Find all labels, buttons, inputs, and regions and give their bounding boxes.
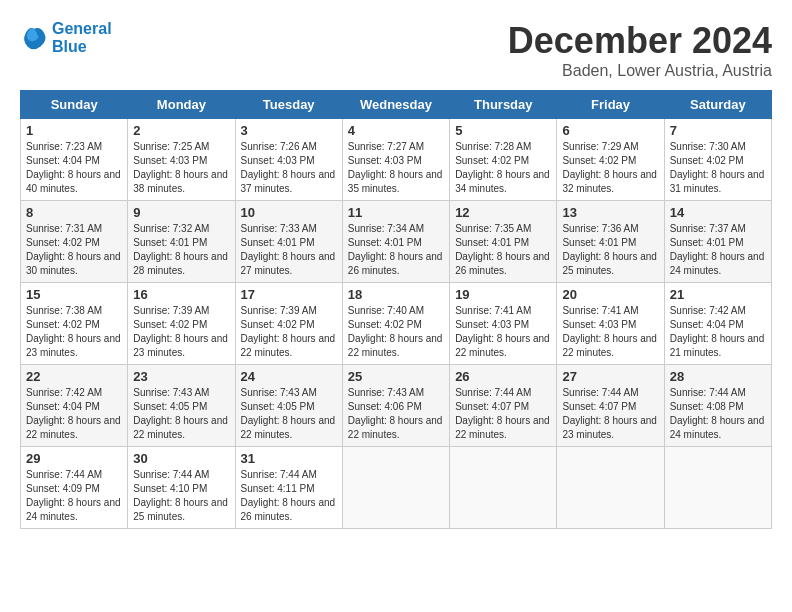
- calendar-cell: 4Sunrise: 7:27 AMSunset: 4:03 PMDaylight…: [342, 119, 449, 201]
- calendar-cell: 24Sunrise: 7:43 AMSunset: 4:05 PMDayligh…: [235, 365, 342, 447]
- calendar-cell: 28Sunrise: 7:44 AMSunset: 4:08 PMDayligh…: [664, 365, 771, 447]
- calendar-cell: 2Sunrise: 7:25 AMSunset: 4:03 PMDaylight…: [128, 119, 235, 201]
- calendar-cell: 18Sunrise: 7:40 AMSunset: 4:02 PMDayligh…: [342, 283, 449, 365]
- day-number: 7: [670, 123, 766, 138]
- day-number: 5: [455, 123, 551, 138]
- weekday-header-monday: Monday: [128, 91, 235, 119]
- day-detail: Sunrise: 7:25 AMSunset: 4:03 PMDaylight:…: [133, 141, 228, 194]
- day-detail: Sunrise: 7:42 AMSunset: 4:04 PMDaylight:…: [670, 305, 765, 358]
- day-number: 30: [133, 451, 229, 466]
- day-detail: Sunrise: 7:44 AMSunset: 4:08 PMDaylight:…: [670, 387, 765, 440]
- day-number: 24: [241, 369, 337, 384]
- calendar-cell: 16Sunrise: 7:39 AMSunset: 4:02 PMDayligh…: [128, 283, 235, 365]
- weekday-header-saturday: Saturday: [664, 91, 771, 119]
- location-title: Baden, Lower Austria, Austria: [508, 62, 772, 80]
- calendar-cell: 31Sunrise: 7:44 AMSunset: 4:11 PMDayligh…: [235, 447, 342, 529]
- day-number: 11: [348, 205, 444, 220]
- day-number: 28: [670, 369, 766, 384]
- calendar-cell: 20Sunrise: 7:41 AMSunset: 4:03 PMDayligh…: [557, 283, 664, 365]
- calendar-cell: 25Sunrise: 7:43 AMSunset: 4:06 PMDayligh…: [342, 365, 449, 447]
- day-number: 1: [26, 123, 122, 138]
- calendar-table: SundayMondayTuesdayWednesdayThursdayFrid…: [20, 90, 772, 529]
- day-detail: Sunrise: 7:44 AMSunset: 4:09 PMDaylight:…: [26, 469, 121, 522]
- calendar-cell: 13Sunrise: 7:36 AMSunset: 4:01 PMDayligh…: [557, 201, 664, 283]
- day-detail: Sunrise: 7:44 AMSunset: 4:11 PMDaylight:…: [241, 469, 336, 522]
- day-number: 13: [562, 205, 658, 220]
- calendar-cell: 26Sunrise: 7:44 AMSunset: 4:07 PMDayligh…: [450, 365, 557, 447]
- calendar-cell: 11Sunrise: 7:34 AMSunset: 4:01 PMDayligh…: [342, 201, 449, 283]
- day-number: 19: [455, 287, 551, 302]
- calendar-cell: [342, 447, 449, 529]
- day-number: 17: [241, 287, 337, 302]
- weekday-header-thursday: Thursday: [450, 91, 557, 119]
- day-number: 29: [26, 451, 122, 466]
- day-number: 31: [241, 451, 337, 466]
- calendar-cell: 3Sunrise: 7:26 AMSunset: 4:03 PMDaylight…: [235, 119, 342, 201]
- day-detail: Sunrise: 7:31 AMSunset: 4:02 PMDaylight:…: [26, 223, 121, 276]
- calendar-cell: 12Sunrise: 7:35 AMSunset: 4:01 PMDayligh…: [450, 201, 557, 283]
- day-detail: Sunrise: 7:36 AMSunset: 4:01 PMDaylight:…: [562, 223, 657, 276]
- day-detail: Sunrise: 7:28 AMSunset: 4:02 PMDaylight:…: [455, 141, 550, 194]
- calendar-cell: [450, 447, 557, 529]
- day-number: 26: [455, 369, 551, 384]
- calendar-week-row: 1Sunrise: 7:23 AMSunset: 4:04 PMDaylight…: [21, 119, 772, 201]
- month-title: December 2024: [508, 20, 772, 62]
- calendar-cell: [557, 447, 664, 529]
- day-number: 23: [133, 369, 229, 384]
- calendar-week-row: 22Sunrise: 7:42 AMSunset: 4:04 PMDayligh…: [21, 365, 772, 447]
- calendar-cell: 19Sunrise: 7:41 AMSunset: 4:03 PMDayligh…: [450, 283, 557, 365]
- calendar-cell: 14Sunrise: 7:37 AMSunset: 4:01 PMDayligh…: [664, 201, 771, 283]
- logo-icon: [20, 24, 48, 52]
- day-detail: Sunrise: 7:32 AMSunset: 4:01 PMDaylight:…: [133, 223, 228, 276]
- day-detail: Sunrise: 7:41 AMSunset: 4:03 PMDaylight:…: [562, 305, 657, 358]
- calendar-cell: 10Sunrise: 7:33 AMSunset: 4:01 PMDayligh…: [235, 201, 342, 283]
- calendar-cell: 29Sunrise: 7:44 AMSunset: 4:09 PMDayligh…: [21, 447, 128, 529]
- day-number: 16: [133, 287, 229, 302]
- day-number: 25: [348, 369, 444, 384]
- day-detail: Sunrise: 7:39 AMSunset: 4:02 PMDaylight:…: [241, 305, 336, 358]
- calendar-week-row: 15Sunrise: 7:38 AMSunset: 4:02 PMDayligh…: [21, 283, 772, 365]
- weekday-header-sunday: Sunday: [21, 91, 128, 119]
- calendar-cell: 27Sunrise: 7:44 AMSunset: 4:07 PMDayligh…: [557, 365, 664, 447]
- day-detail: Sunrise: 7:43 AMSunset: 4:05 PMDaylight:…: [241, 387, 336, 440]
- day-detail: Sunrise: 7:30 AMSunset: 4:02 PMDaylight:…: [670, 141, 765, 194]
- weekday-header-wednesday: Wednesday: [342, 91, 449, 119]
- weekday-header-row: SundayMondayTuesdayWednesdayThursdayFrid…: [21, 91, 772, 119]
- day-detail: Sunrise: 7:26 AMSunset: 4:03 PMDaylight:…: [241, 141, 336, 194]
- calendar-cell: 9Sunrise: 7:32 AMSunset: 4:01 PMDaylight…: [128, 201, 235, 283]
- day-detail: Sunrise: 7:43 AMSunset: 4:05 PMDaylight:…: [133, 387, 228, 440]
- calendar-cell: 1Sunrise: 7:23 AMSunset: 4:04 PMDaylight…: [21, 119, 128, 201]
- calendar-cell: 15Sunrise: 7:38 AMSunset: 4:02 PMDayligh…: [21, 283, 128, 365]
- day-number: 4: [348, 123, 444, 138]
- weekday-header-friday: Friday: [557, 91, 664, 119]
- day-detail: Sunrise: 7:41 AMSunset: 4:03 PMDaylight:…: [455, 305, 550, 358]
- day-detail: Sunrise: 7:35 AMSunset: 4:01 PMDaylight:…: [455, 223, 550, 276]
- day-number: 15: [26, 287, 122, 302]
- day-number: 27: [562, 369, 658, 384]
- day-number: 21: [670, 287, 766, 302]
- day-number: 18: [348, 287, 444, 302]
- day-number: 8: [26, 205, 122, 220]
- day-number: 2: [133, 123, 229, 138]
- calendar-cell: 5Sunrise: 7:28 AMSunset: 4:02 PMDaylight…: [450, 119, 557, 201]
- calendar-week-row: 8Sunrise: 7:31 AMSunset: 4:02 PMDaylight…: [21, 201, 772, 283]
- day-detail: Sunrise: 7:40 AMSunset: 4:02 PMDaylight:…: [348, 305, 443, 358]
- day-detail: Sunrise: 7:37 AMSunset: 4:01 PMDaylight:…: [670, 223, 765, 276]
- day-detail: Sunrise: 7:44 AMSunset: 4:07 PMDaylight:…: [455, 387, 550, 440]
- calendar-cell: 22Sunrise: 7:42 AMSunset: 4:04 PMDayligh…: [21, 365, 128, 447]
- calendar-week-row: 29Sunrise: 7:44 AMSunset: 4:09 PMDayligh…: [21, 447, 772, 529]
- day-number: 22: [26, 369, 122, 384]
- day-detail: Sunrise: 7:34 AMSunset: 4:01 PMDaylight:…: [348, 223, 443, 276]
- calendar-cell: 17Sunrise: 7:39 AMSunset: 4:02 PMDayligh…: [235, 283, 342, 365]
- day-detail: Sunrise: 7:33 AMSunset: 4:01 PMDaylight:…: [241, 223, 336, 276]
- day-number: 9: [133, 205, 229, 220]
- calendar-cell: 21Sunrise: 7:42 AMSunset: 4:04 PMDayligh…: [664, 283, 771, 365]
- day-detail: Sunrise: 7:23 AMSunset: 4:04 PMDaylight:…: [26, 141, 121, 194]
- day-number: 6: [562, 123, 658, 138]
- page-header: General Blue December 2024 Baden, Lower …: [20, 20, 772, 80]
- logo: General Blue: [20, 20, 112, 56]
- calendar-cell: 8Sunrise: 7:31 AMSunset: 4:02 PMDaylight…: [21, 201, 128, 283]
- calendar-cell: 23Sunrise: 7:43 AMSunset: 4:05 PMDayligh…: [128, 365, 235, 447]
- day-detail: Sunrise: 7:39 AMSunset: 4:02 PMDaylight:…: [133, 305, 228, 358]
- day-detail: Sunrise: 7:44 AMSunset: 4:10 PMDaylight:…: [133, 469, 228, 522]
